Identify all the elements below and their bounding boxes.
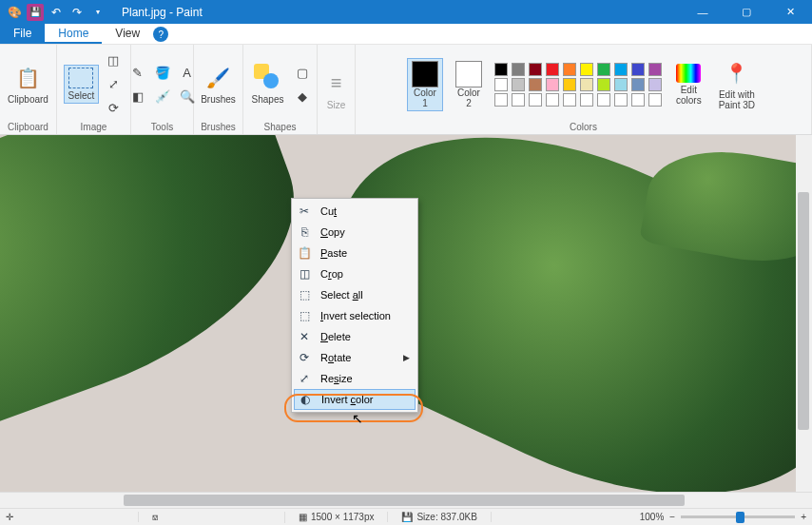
context-item-icon: ✂ [296,204,313,218]
palette-swatch[interactable] [546,78,559,91]
color2-button[interactable]: Color 2 [451,58,487,111]
palette-swatch[interactable] [597,63,610,76]
context-item-label: Cut [320,205,337,217]
zoom-slider-thumb[interactable] [736,512,744,523]
canvas-size-icon: ▦ [299,512,307,522]
rotate-icon[interactable]: ⟳ [103,98,124,119]
palette-swatch[interactable] [512,93,525,107]
qat-dropdown-icon[interactable]: ▾ [89,4,106,21]
palette-swatch[interactable] [648,63,662,76]
redo-icon[interactable]: ↷ [68,4,86,21]
clipboard-button[interactable]: 📋 Clipboard [3,61,53,107]
fillshape-icon[interactable]: ◆ [292,86,313,107]
resize-icon[interactable]: ⤢ [103,74,124,95]
paint3d-button[interactable]: 📍 Edit with Paint 3D [714,56,760,113]
undo-icon[interactable]: ↶ [48,4,65,21]
context-menu-item[interactable]: ⟳Rotate▶ [294,347,416,368]
minimize-button[interactable]: — [681,0,725,24]
group-shapes: Shapes ▢ ◆ Shapes [243,45,318,134]
palette-swatch[interactable] [563,93,576,107]
zoom-slider[interactable] [681,515,795,518]
crop-icon[interactable]: ◫ [103,50,124,71]
status-bar: ✛ ⟏ ▦1500 × 1173px 💾Size: 837.0KB 100% −… [0,508,812,525]
context-item-icon: ◫ [296,267,313,281]
clipboard-label: Clipboard [8,94,48,105]
palette-swatch[interactable] [614,63,628,76]
palette-swatch[interactable] [563,63,576,76]
eraser-icon[interactable]: ◧ [127,86,148,107]
group-shapes-label: Shapes [249,120,311,132]
color-palette [494,63,664,107]
help-icon[interactable]: ? [153,27,168,42]
tab-file[interactable]: File [0,24,45,44]
zoom-out-button[interactable]: − [669,512,675,522]
size-button[interactable]: ≡ Size [318,67,356,113]
close-button[interactable]: ✕ [768,0,812,24]
palette-swatch[interactable] [648,78,662,91]
save-icon[interactable]: 💾 [27,4,44,21]
palette-swatch[interactable] [631,78,645,91]
select-icon [68,68,93,88]
color1-button[interactable]: Color 1 [407,58,443,111]
outline-icon[interactable]: ▢ [292,62,313,83]
context-menu-item[interactable]: ⎘Copy [294,222,416,243]
selection-size-icon: ⟏ [152,512,158,523]
palette-swatch[interactable] [580,63,593,76]
v-scroll-thumb[interactable] [798,192,809,430]
context-menu-item[interactable]: ⤢Resize [294,368,416,389]
palette-swatch[interactable] [512,63,525,76]
pencil-icon[interactable]: ✎ [127,62,148,83]
context-item-icon: ⤢ [296,372,313,385]
context-menu-item[interactable]: 📋Paste [294,243,416,263]
edit-colors-label: Edit colors [676,85,702,106]
palette-swatch[interactable] [512,78,525,91]
palette-swatch[interactable] [563,78,576,91]
palette-swatch[interactable] [494,63,508,76]
tab-view[interactable]: View [102,24,153,44]
maximize-button[interactable]: ▢ [725,0,768,24]
vertical-scrollbar[interactable] [796,135,812,492]
palette-swatch[interactable] [631,63,645,76]
color2-label: Color 2 [457,88,480,108]
context-menu-item[interactable]: ⬚Select all [294,284,416,305]
context-menu-item[interactable]: ✂Cut [294,201,416,222]
fill-icon[interactable]: 🪣 [152,62,173,83]
palette-swatch[interactable] [631,93,645,107]
palette-swatch[interactable] [580,93,593,107]
tab-home[interactable]: Home [45,24,102,44]
brushes-button[interactable]: 🖌️ Brushes [196,61,241,107]
palette-swatch[interactable] [529,93,542,107]
palette-swatch[interactable] [580,78,593,91]
color1-label: Color 1 [414,88,436,108]
palette-swatch[interactable] [529,78,542,91]
palette-swatch[interactable] [494,78,508,91]
app-icon: 🎨 [6,4,23,21]
palette-swatch[interactable] [546,63,559,76]
context-menu-item[interactable]: ✕Delete [294,326,416,347]
palette-swatch[interactable] [546,93,559,107]
palette-swatch[interactable] [648,93,662,107]
context-item-label: Rotate [320,352,351,363]
shapes-button[interactable]: Shapes [247,61,289,107]
palette-swatch[interactable] [614,78,628,91]
context-menu-item[interactable]: ⬚Invert selection [294,305,416,326]
zoom-in-button[interactable]: + [801,512,806,522]
palette-swatch[interactable] [597,78,610,91]
submenu-arrow-icon: ▶ [403,353,410,362]
palette-swatch[interactable] [529,63,542,76]
palette-swatch[interactable] [494,93,508,107]
shapes-icon [254,64,282,92]
palette-swatch[interactable] [614,93,628,107]
edit-colors-button[interactable]: Edit colors [671,61,706,108]
select-button[interactable]: Select [64,65,100,104]
palette-swatch[interactable] [597,93,610,107]
context-menu: ✂Cut⎘Copy📋Paste◫Crop⬚Select all⬚Invert s… [291,198,418,413]
horizontal-scrollbar[interactable] [0,492,812,508]
context-item-label: Delete [320,331,351,342]
group-tools-label: Tools [137,120,187,132]
context-menu-item[interactable]: ◫Crop [294,263,416,284]
title-bar: 🎨 💾 ↶ ↷ ▾ Plant.jpg - Paint — ▢ ✕ [0,0,812,24]
picker-icon[interactable]: 💉 [152,86,173,107]
h-scroll-thumb[interactable] [124,495,685,506]
context-item-label: Resize [320,373,353,384]
